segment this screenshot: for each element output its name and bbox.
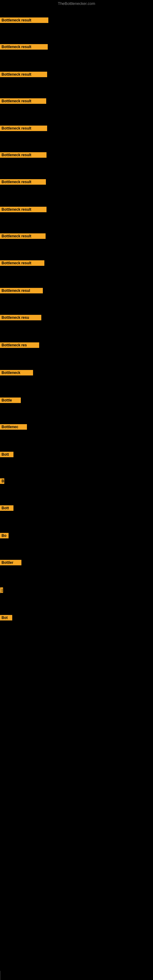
vertical-line <box>0 587 0 593</box>
bottleneck-badge: Bottleneck result <box>0 207 46 212</box>
bottleneck-badge: Bottleneck result <box>0 126 47 131</box>
bottleneck-badge: Bottleneck res <box>0 342 39 348</box>
bottleneck-badge: | <box>0 587 3 593</box>
bottleneck-badge: Bo <box>0 533 9 538</box>
bottleneck-badge: B <box>0 478 4 484</box>
vertical-line <box>0 971 0 980</box>
bottleneck-badge: Bottleneck result <box>0 18 48 23</box>
bottleneck-badge: Bott <box>0 505 13 511</box>
bottleneck-badge: Bottleneck result <box>0 44 48 49</box>
bottleneck-badge: Bottleneck resul <box>0 288 43 293</box>
bottleneck-badge: Bottleneck <box>0 370 33 375</box>
bottleneck-badge: Bottle <box>0 398 21 403</box>
bottleneck-badge: Bottleneck result <box>0 72 47 77</box>
site-title: TheBottlenecker.com <box>0 1 153 6</box>
bottleneck-badge: Bottleneck result <box>0 179 46 185</box>
bottleneck-badge: Bottleneck result <box>0 260 45 266</box>
bottleneck-badge: Bottleneck resu <box>0 315 41 320</box>
bottleneck-badge: Bottleneck result <box>0 233 46 239</box>
bottleneck-badge: Bottlenec <box>0 424 27 430</box>
bottleneck-badge: Bott <box>0 452 13 457</box>
bottleneck-badge: Bottleneck result <box>0 152 46 158</box>
bottleneck-badge: Bottler <box>0 560 21 565</box>
bottleneck-badge: Bottleneck result <box>0 98 46 104</box>
bottleneck-badge: Bot <box>0 615 12 620</box>
